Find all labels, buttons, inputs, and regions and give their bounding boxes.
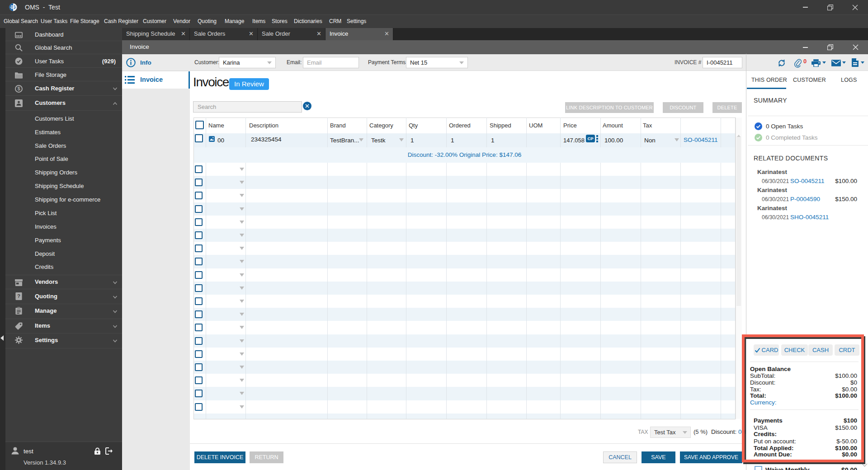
svg-text:$: $	[17, 86, 20, 91]
svg-text:?: ?	[17, 293, 20, 299]
